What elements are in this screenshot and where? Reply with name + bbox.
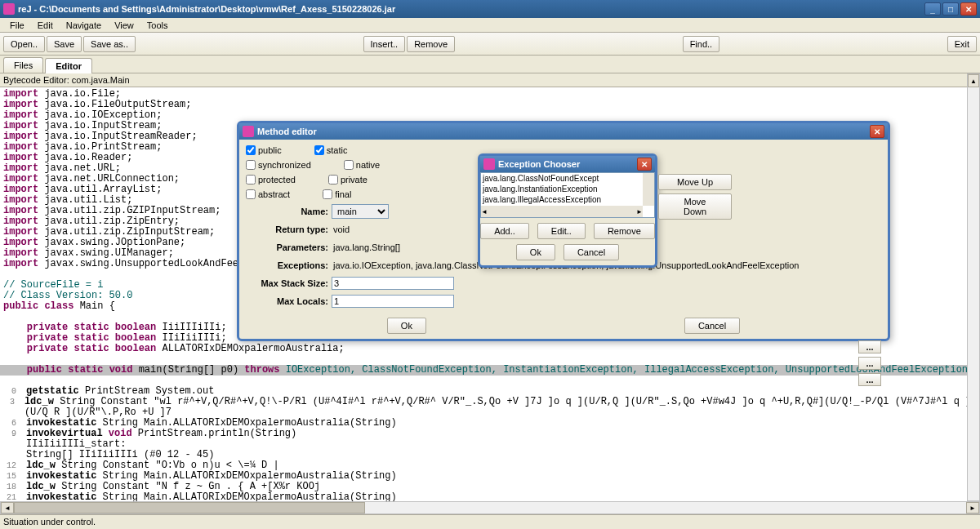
app-title: reJ - C:\Documents and Settings\Administ…	[18, 4, 924, 14]
hscroll-left-arrow[interactable]: ◄	[1, 502, 14, 513]
app-icon	[3, 3, 15, 15]
check-protected[interactable]: protected	[246, 175, 296, 184]
toolbar: Open.. Save Save as.. Insert.. Remove Fi…	[0, 33, 980, 56]
tabbar: Files Editor	[0, 56, 980, 73]
method-editor-titlebar[interactable]: Method editor ✕	[239, 123, 888, 140]
tab-files[interactable]: Files	[3, 57, 43, 73]
exception-list[interactable]: java.lang.ClassNotFoundExcept java.lang.…	[480, 172, 655, 218]
params-browse-button[interactable]: ...	[858, 357, 881, 370]
check-private[interactable]: private	[328, 175, 368, 184]
hscrollbar[interactable]: ◄ ►	[0, 501, 980, 514]
exception-chooser-sidebuttons: Move Up Move Down	[658, 174, 732, 220]
method-editor-cancel[interactable]: Cancel	[684, 318, 740, 334]
list-item[interactable]: java.lang.IllegalAccessException	[481, 194, 654, 205]
exception-chooser-close[interactable]: ✕	[637, 158, 652, 171]
tab-editor[interactable]: Editor	[45, 58, 92, 73]
exit-button[interactable]: Exit	[947, 36, 977, 52]
save-button[interactable]: Save	[47, 36, 82, 52]
list-item[interactable]: java.lang.ClassNotFoundExcept	[481, 173, 654, 184]
method-editor-close[interactable]: ✕	[870, 125, 884, 138]
exception-chooser-titlebar[interactable]: Exception Chooser ✕	[480, 156, 655, 172]
stack-label: Max Stack Size:	[246, 278, 332, 288]
menubar: File Edit Navigate View Tools	[0, 18, 980, 33]
insert-button[interactable]: Insert..	[363, 36, 406, 52]
maximize-button[interactable]: □	[942, 2, 959, 16]
check-native[interactable]: native	[344, 160, 380, 170]
menu-tools[interactable]: Tools	[140, 19, 175, 32]
vscrollbar[interactable]: ▲	[967, 73, 980, 501]
name-select[interactable]: main	[332, 204, 389, 219]
check-synchronized[interactable]: synchronized	[246, 160, 311, 170]
name-label: Name:	[246, 207, 332, 216]
exc-label: Exceptions:	[246, 260, 332, 270]
ec-ok-button[interactable]: Ok	[516, 244, 555, 260]
close-button[interactable]: ✕	[960, 2, 977, 16]
app-titlebar: reJ - C:\Documents and Settings\Administ…	[0, 0, 980, 18]
menu-view[interactable]: View	[108, 19, 140, 32]
menu-file[interactable]: File	[3, 19, 31, 32]
window-controls: _ □ ✕	[924, 2, 977, 16]
ec-add-button[interactable]: Add..	[480, 223, 529, 239]
hscroll-right-arrow[interactable]: ►	[966, 502, 979, 513]
editor-header: Bytecode Editor: com.java.Main	[0, 73, 980, 87]
params-value: java.lang.String[]	[332, 242, 400, 252]
java-icon	[243, 126, 254, 137]
exc-browse-button[interactable]: ...	[858, 373, 881, 386]
menu-edit[interactable]: Edit	[31, 19, 60, 32]
minimize-button[interactable]: _	[924, 2, 941, 16]
method-editor-title: Method editor	[257, 127, 870, 136]
vscroll-up-arrow[interactable]: ▲	[968, 74, 979, 87]
java-icon	[483, 158, 495, 170]
ec-edit-button[interactable]: Edit..	[537, 223, 586, 239]
statusbar: Situation under control.	[0, 514, 980, 529]
ec-remove-button[interactable]: Remove	[594, 223, 655, 239]
exception-list-vscroll[interactable]	[643, 173, 654, 206]
check-public[interactable]: public	[246, 145, 282, 155]
check-final[interactable]: final	[323, 189, 351, 199]
exception-list-hscroll[interactable]: ◄►	[481, 206, 643, 217]
open-button[interactable]: Open..	[3, 36, 45, 52]
menu-navigate[interactable]: Navigate	[60, 19, 108, 32]
ec-cancel-button[interactable]: Cancel	[564, 244, 619, 260]
rettype-label: Return type:	[246, 224, 332, 234]
check-abstract[interactable]: abstract	[246, 189, 290, 199]
moveup-button[interactable]: Move Up	[658, 174, 732, 190]
list-item[interactable]: java.lang.InstantiationException	[481, 184, 654, 194]
remove-button[interactable]: Remove	[407, 36, 455, 52]
check-static[interactable]: static	[314, 145, 348, 155]
params-label: Parameters:	[246, 242, 332, 252]
hscroll-thumb[interactable]	[14, 502, 365, 513]
find-button[interactable]: Find..	[683, 36, 720, 52]
saveas-button[interactable]: Save as..	[83, 36, 136, 52]
locals-input[interactable]	[332, 295, 454, 308]
exception-chooser-dialog: Exception Chooser ✕ java.lang.ClassNotFo…	[478, 153, 657, 268]
exception-chooser-title: Exception Chooser	[498, 159, 637, 169]
rettype-browse-button[interactable]: ...	[858, 340, 881, 353]
method-editor-ok[interactable]: Ok	[387, 318, 426, 334]
locals-label: Max Locals:	[246, 296, 332, 306]
movedown-button[interactable]: Move Down	[658, 193, 732, 220]
rettype-value: void	[332, 224, 350, 234]
stack-input[interactable]	[332, 277, 454, 290]
